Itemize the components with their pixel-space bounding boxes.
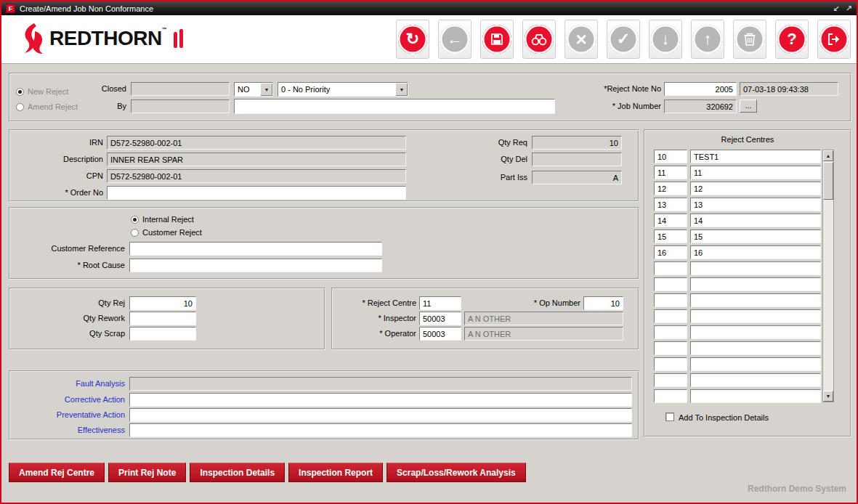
scroll-down-icon[interactable]: ▼ [823,391,833,402]
maximize-icon[interactable]: ↗ [846,4,852,13]
reject-centre-code[interactable] [654,277,687,291]
reject-centre-name[interactable] [690,261,821,275]
closed-select[interactable]: NO ▼ [234,82,273,97]
by-detail-input[interactable] [234,99,555,114]
reject-centre-input[interactable] [419,296,461,310]
reject-centre-name[interactable] [690,309,821,323]
list-item[interactable] [654,357,822,373]
customer-reject-radio[interactable] [131,229,139,237]
list-item[interactable] [654,309,822,325]
back-button[interactable]: ← [438,20,472,59]
reject-centre-label: * Reject Centre [347,298,416,307]
operator-input[interactable] [419,327,461,341]
preventative-action-input[interactable] [129,408,632,422]
reject-centre-code[interactable]: 10 [654,150,687,163]
list-item[interactable]: 1616 [654,245,822,261]
qty-rej-input[interactable] [129,296,196,310]
reject-centre-code[interactable] [654,325,687,339]
reject-centre-code[interactable]: 14 [654,214,687,227]
list-item[interactable] [654,389,822,405]
list-item[interactable] [654,325,822,341]
reject-centre-name[interactable]: 15 [690,229,821,243]
reject-centre-code[interactable]: 13 [654,198,687,211]
inspection-details-button[interactable]: Inspection Details [190,463,285,482]
amend-rej-centre-button[interactable]: Amend Rej Centre [9,463,105,482]
help-button[interactable]: ? [775,20,809,59]
reject-centre-name[interactable] [690,325,821,339]
job-browse-button[interactable]: ... [740,99,757,113]
reject-note-no-input[interactable] [664,82,737,96]
confirm-button[interactable]: ✓ [607,20,640,59]
op-number-input[interactable] [583,296,623,310]
move-down-button[interactable]: ↓ [649,20,682,59]
exit-button[interactable] [817,20,851,59]
scroll-up-icon[interactable]: ▲ [823,150,833,161]
qty-rework-input[interactable] [129,312,196,325]
internal-reject-radio[interactable] [131,216,139,224]
reject-centre-code[interactable] [654,309,687,323]
reject-centre-name[interactable]: 16 [690,245,821,259]
reject-centre-name[interactable] [690,389,821,403]
reject-centre-code[interactable] [654,389,687,403]
qty-scrap-input[interactable] [129,327,196,341]
move-up-button[interactable]: ↑ [691,20,724,59]
scrap-loss-rework-button[interactable]: Scrap/Loss/Rework Analysis [386,463,526,482]
order-no-input[interactable] [107,186,406,200]
reject-centre-name[interactable]: TEST1 [690,150,821,163]
cancel-icon: × [567,25,596,54]
effectiveness-input[interactable] [129,423,632,437]
reject-centre-code[interactable] [654,373,687,387]
root-cause-input[interactable] [129,259,382,272]
reject-centre-code[interactable] [654,293,687,307]
list-item[interactable] [654,341,822,357]
chevron-down-icon[interactable]: ▼ [260,83,272,96]
reject-centre-code[interactable] [654,261,687,275]
reject-centre-name[interactable]: 12 [690,182,821,195]
amend-reject-radio[interactable] [16,103,24,111]
closed-label: Closed [68,84,126,93]
inspector-input[interactable] [419,312,461,325]
scrollbar[interactable]: ▲ ▼ [822,150,834,402]
delete-button[interactable] [733,20,766,59]
add-to-inspection-checkbox[interactable] [665,412,674,421]
scroll-thumb[interactable] [823,162,833,200]
reject-centre-name[interactable] [690,277,821,291]
list-item[interactable]: 1313 [654,198,822,214]
priority-select[interactable]: 0 - No Priority ▼ [278,82,408,97]
refresh-button[interactable]: ↻ [396,20,429,59]
reject-centre-name[interactable]: 14 [690,214,821,227]
print-rej-note-button[interactable]: Print Rej Note [108,463,186,482]
list-item[interactable]: 1515 [654,229,822,245]
list-item[interactable] [654,261,822,277]
reject-centre-name[interactable]: 11 [690,166,821,179]
corrective-action-input[interactable] [129,393,632,407]
reject-note-no-label: *Reject Note No [581,84,661,93]
chevron-down-icon[interactable]: ▼ [395,83,408,96]
reject-centre-code[interactable]: 12 [654,182,687,195]
list-item[interactable]: 1212 [654,182,822,198]
customer-reference-input[interactable] [129,242,382,256]
save-button[interactable] [480,20,514,59]
list-item[interactable] [654,373,822,389]
search-button[interactable] [522,20,556,59]
list-item[interactable]: 1414 [654,214,822,229]
list-item[interactable]: 1111 [654,166,822,182]
reject-centre-code[interactable]: 11 [654,166,687,179]
reject-centre-name[interactable] [690,341,821,355]
list-item[interactable] [654,293,822,309]
reject-centre-code[interactable] [654,341,687,355]
reject-centre-code[interactable]: 16 [654,245,687,259]
app-icon: F [6,4,15,13]
reject-centre-name[interactable] [690,357,821,371]
new-reject-radio[interactable] [16,88,24,96]
cancel-button[interactable]: × [564,20,598,59]
restore-icon[interactable]: ↙ [833,4,840,13]
reject-centre-name[interactable] [690,373,821,387]
reject-centre-code[interactable] [654,357,687,371]
reject-centre-name[interactable]: 13 [690,198,821,211]
list-item[interactable] [654,277,822,293]
reject-centre-name[interactable] [690,293,821,307]
inspection-report-button[interactable]: Inspection Report [288,463,383,482]
list-item[interactable]: 10TEST1 [654,150,822,166]
reject-centre-code[interactable]: 15 [654,229,687,243]
